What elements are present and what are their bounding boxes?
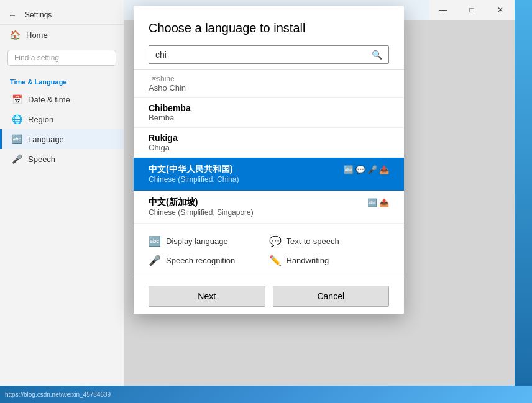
settings-sidebar: ← Settings 🏠 Home Find a setting Time & … xyxy=(0,0,124,386)
lang-english: Asho Chin xyxy=(149,83,389,93)
search-icon: 🔍 xyxy=(372,50,382,60)
clock-icon: 📅 xyxy=(12,94,22,104)
handwriting-icon: ✏️ xyxy=(269,255,282,266)
share-badge-icon: 📤 xyxy=(379,165,389,174)
feature-label: Speech recognition xyxy=(166,256,235,265)
language-search-input[interactable] xyxy=(155,50,372,60)
sidebar-item-speech[interactable]: 🎤 Speech xyxy=(0,149,124,169)
lang-item-chinese-china[interactable]: 中文(中华人民共和国) 🔤 💬 🎤 📤 Chinese (Simplified,… xyxy=(134,158,404,191)
lang-english: Chinese (Simplified, Singapore) xyxy=(149,208,389,217)
sidebar-item-language[interactable]: 🔤 Language xyxy=(0,129,124,149)
sidebar-home[interactable]: 🏠 Home xyxy=(0,25,124,45)
feature-display-language: 🔤 Display language xyxy=(149,232,269,251)
minimize-button[interactable]: — xyxy=(429,0,457,20)
feature-text-to-speech: 💬 Text-to-speech xyxy=(269,232,390,251)
sidebar-item-region[interactable]: 🌐 Region xyxy=(0,109,124,129)
lang-name: Chibemba xyxy=(149,103,191,113)
feature-label: Handwriting xyxy=(287,256,329,265)
lang-item-asho-chin[interactable]: အshine Asho Chin xyxy=(134,70,404,98)
title-bar: ← Settings xyxy=(0,5,124,25)
lang-native: အshine xyxy=(149,75,389,83)
next-button[interactable]: Next xyxy=(149,286,265,307)
dialog-title: Choose a language to install xyxy=(134,6,404,45)
bubble-badge-icon: 💬 xyxy=(355,165,365,174)
display-lang-icon: 🔤 xyxy=(149,235,161,247)
lang-name: Rukiga xyxy=(149,133,389,143)
font-badge-icon: 🔤 xyxy=(344,165,354,174)
lang-badges-chinese-china: 🔤 💬 🎤 📤 xyxy=(344,165,389,174)
lang-native-chinese-sg: 中文(新加坡) xyxy=(149,197,198,208)
share-badge2-icon: 📤 xyxy=(379,198,389,207)
feature-grid: 🔤 Display language 💬 Text-to-speech 🎤 Sp… xyxy=(134,224,404,278)
language-icon: 🔤 xyxy=(12,134,22,144)
language-list: အshine Asho Chin Chibemba Bemba Rukiga C… xyxy=(134,69,404,224)
sidebar-item-label: Speech xyxy=(28,155,55,164)
back-button[interactable]: ← xyxy=(5,7,20,22)
feature-handwriting: ✏️ Handwriting xyxy=(269,251,390,270)
find-setting-input[interactable]: Find a setting xyxy=(7,50,116,66)
sidebar-item-label: Region xyxy=(28,115,53,124)
feature-label: Text-to-speech xyxy=(287,237,339,246)
lang-badges-chinese-sg: 🔤 📤 xyxy=(367,198,389,207)
sidebar-item-label: Date & time xyxy=(28,95,70,104)
cancel-button[interactable]: Cancel xyxy=(273,286,390,307)
lang-item-chibemba[interactable]: Chibemba Bemba xyxy=(134,98,404,128)
bottom-bar: https://blog.csdn.net/weixin_45784639 xyxy=(0,386,532,403)
tts-icon: 💬 xyxy=(269,235,282,247)
lang-native-chinese-china: 中文(中华人民共和国) xyxy=(149,164,232,175)
globe-icon: 🌐 xyxy=(12,114,22,124)
lang-english: Bemba xyxy=(149,113,389,122)
lang-item-rukiga[interactable]: Rukiga Chiga xyxy=(134,128,404,158)
lang-item-chinese-singapore[interactable]: 中文(新加坡) 🔤 📤 Chinese (Simplified, Singapo… xyxy=(134,191,404,224)
lang-english: Chiga xyxy=(149,143,389,152)
speech-rec-icon: 🎤 xyxy=(149,255,161,266)
home-icon: 🏠 xyxy=(10,30,20,40)
home-label: Home xyxy=(26,30,48,40)
font-badge2-icon: 🔤 xyxy=(367,198,377,207)
bottom-url: https://blog.csdn.net/weixin_45784639 xyxy=(5,391,111,398)
language-install-dialog: Choose a language to install 🔍 အshine As… xyxy=(134,6,404,314)
lang-english: Chinese (Simplified, China) xyxy=(149,175,389,184)
right-accent-bar xyxy=(515,0,532,386)
feature-label: Display language xyxy=(166,237,228,246)
language-search-box[interactable]: 🔍 xyxy=(149,45,389,64)
feature-speech-recognition: 🎤 Speech recognition xyxy=(149,251,269,270)
window-title: Settings xyxy=(25,11,52,19)
sidebar-item-date-time[interactable]: 📅 Date & time xyxy=(0,89,124,109)
mic-icon: 🎤 xyxy=(12,154,22,164)
sidebar-item-label: Language xyxy=(28,135,64,144)
mic-badge-icon: 🎤 xyxy=(367,165,377,174)
sidebar-section-title: Time & Language xyxy=(0,71,124,89)
dialog-actions: Next Cancel xyxy=(134,278,404,314)
close-button[interactable]: ✕ xyxy=(486,0,515,20)
maximize-button[interactable]: □ xyxy=(457,0,486,20)
